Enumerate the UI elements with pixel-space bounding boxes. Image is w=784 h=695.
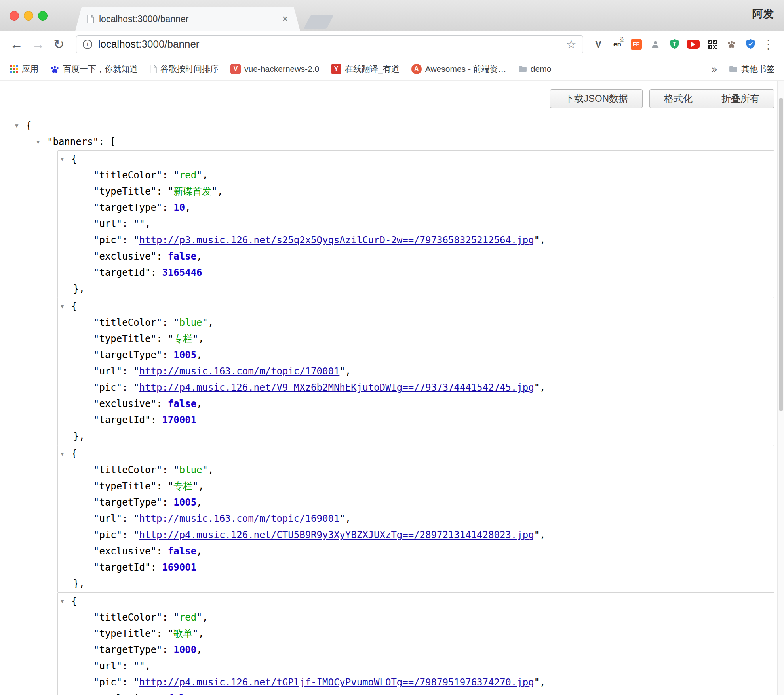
omnibox[interactable]: i localhost:3000/banner ☆ xyxy=(76,35,583,53)
json-token: , xyxy=(196,497,202,508)
vimium-extension-icon[interactable]: V xyxy=(589,35,608,54)
json-viewer: ▼{▼"banners": [▼{"titleColor": "red","ty… xyxy=(15,118,774,695)
bookmark-item-awesomes[interactable]: A Awesomes - 前端资… xyxy=(411,63,506,74)
json-string-value: 专栏 xyxy=(173,333,192,344)
json-boolean-value: false xyxy=(168,693,196,695)
bookmark-item-baidu[interactable]: 百度一下，你就知道 xyxy=(50,63,138,74)
json-key: "targetId" xyxy=(93,562,151,573)
bookmark-label: vue-hackernews-2.0 xyxy=(244,64,319,74)
bookmark-item-other-bookmarks[interactable]: 其他书签 xyxy=(729,63,774,74)
back-button[interactable]: ← xyxy=(10,38,23,51)
json-banners-open-line: ▼"banners": [ xyxy=(36,134,774,150)
paw-icon xyxy=(727,40,736,49)
vimium-letter: V xyxy=(595,39,601,50)
bookmark-item-vue-hackernews[interactable]: V vue-hackernews-2.0 xyxy=(230,64,319,74)
json-token: }, xyxy=(73,283,85,294)
json-property-line: "typeTitle": "专栏", xyxy=(58,478,774,495)
bookmark-item-google-sort[interactable]: 谷歌按时间排序 xyxy=(150,63,219,74)
translate-secondary-label: 英 xyxy=(620,36,624,43)
json-key: "pic" xyxy=(93,235,122,246)
format-button[interactable]: 格式化 xyxy=(649,89,707,108)
json-token: , xyxy=(202,612,208,623)
zoom-window-button[interactable] xyxy=(38,11,48,21)
security-shield-extension-icon[interactable] xyxy=(741,35,760,54)
collapse-caret-icon[interactable]: ▼ xyxy=(61,298,70,315)
json-property-line: "url": "http://music.163.com/m/topic/169… xyxy=(58,511,774,527)
json-property-line: "pic": "http://p4.music.126.net/tGPljf-I… xyxy=(58,674,774,691)
bookmark-star-icon[interactable]: ☆ xyxy=(566,38,577,50)
json-token: { xyxy=(71,448,77,459)
json-link-value[interactable]: http://music.163.com/m/topic/169001 xyxy=(139,513,340,524)
download-json-button[interactable]: 下载JSON数据 xyxy=(550,89,643,108)
collapse-all-button[interactable]: 折叠所有 xyxy=(707,89,774,108)
bookmark-item-apps[interactable]: 应用 xyxy=(10,63,38,74)
scrollbar-thumb[interactable] xyxy=(779,98,783,411)
json-token: , xyxy=(198,628,204,639)
bookmarks-bar: 应用 百度一下，你就知道 谷歌按时间排序 V vue-hackernews-2.… xyxy=(0,57,784,81)
collapse-caret-icon[interactable]: ▼ xyxy=(61,151,70,167)
page-scrollbar[interactable] xyxy=(777,81,784,695)
json-link-value[interactable]: http://p4.music.126.net/CTU5B9R9y3XyYBZX… xyxy=(139,529,534,540)
json-token: " xyxy=(133,235,139,246)
json-token: , xyxy=(198,481,204,492)
json-token: " xyxy=(133,382,139,393)
json-link-value[interactable]: http://p3.music.126.net/s25q2x5QyqsAzilC… xyxy=(139,235,534,246)
json-key: "targetType" xyxy=(93,202,162,213)
close-window-button[interactable] xyxy=(10,11,19,21)
json-token: " xyxy=(133,366,139,377)
json-link-value[interactable]: http://music.163.com/m/topic/170001 xyxy=(139,366,340,377)
browser-menu-button[interactable]: ⋮ xyxy=(762,38,774,50)
json-token: " xyxy=(534,235,540,246)
collapse-caret-icon[interactable]: ▼ xyxy=(15,118,24,134)
json-property-line: "titleColor": "blue", xyxy=(58,462,774,478)
json-token: : xyxy=(122,218,133,229)
json-token: : xyxy=(162,612,173,623)
bookmark-item-demo-folder[interactable]: demo xyxy=(518,64,552,74)
shield-t-extension-icon[interactable]: T xyxy=(665,35,684,54)
tab-close-icon[interactable]: × xyxy=(282,13,288,25)
json-key: "targetType" xyxy=(93,497,162,508)
reload-button[interactable]: ↻ xyxy=(53,38,65,51)
json-string-value: 新碟首发 xyxy=(173,186,211,197)
bookmark-label: 百度一下，你就知道 xyxy=(63,63,138,74)
page-info-icon[interactable]: i xyxy=(83,40,92,49)
json-key: "banners" xyxy=(47,136,99,147)
json-link-value[interactable]: http://p4.music.126.net/V9-MXz6b2MNhEKju… xyxy=(139,382,534,393)
translate-extension-icon[interactable]: en 英 xyxy=(608,35,627,54)
bookmark-label: Awesomes - 前端资… xyxy=(425,63,506,74)
fe-extension-icon[interactable]: FE xyxy=(627,35,646,54)
new-tab-button[interactable] xyxy=(304,15,334,29)
json-token: : xyxy=(122,529,133,540)
json-token: : xyxy=(156,333,168,344)
url-text: localhost:3000/banner xyxy=(98,38,200,50)
json-token: , xyxy=(345,366,351,377)
paw-extension-icon[interactable] xyxy=(722,35,741,54)
profile-name: 阿发 xyxy=(752,0,774,28)
json-token: " xyxy=(133,529,139,540)
forward-button[interactable]: → xyxy=(32,38,45,51)
json-empty-string-value: "" xyxy=(133,218,145,229)
json-array-item-box: ▼{"titleColor": "red","typeTitle": "新碟首发… xyxy=(57,150,774,298)
youtube-extension-icon[interactable] xyxy=(684,35,703,54)
minimize-window-button[interactable] xyxy=(24,11,33,21)
json-boolean-value: false xyxy=(168,546,196,557)
bookmark-item-youdao[interactable]: Y 在线翻译_有道 xyxy=(331,63,400,74)
browser-tab[interactable]: localhost:3000/banner × xyxy=(75,7,300,31)
collapse-caret-icon[interactable]: ▼ xyxy=(61,446,70,462)
json-key: "typeTitle" xyxy=(93,333,156,344)
json-key: "pic" xyxy=(93,677,122,688)
json-token: : xyxy=(162,497,173,508)
page-content: 下载JSON数据 格式化 折叠所有 ▼{▼"banners": [▼{"titl… xyxy=(0,81,777,695)
collapse-caret-icon[interactable]: ▼ xyxy=(36,134,46,150)
contacts-extension-icon[interactable] xyxy=(646,35,665,54)
json-token: " xyxy=(168,481,173,492)
json-property-line: "targetId": 3165446 xyxy=(58,265,774,281)
json-actions-row: 下载JSON数据 格式化 折叠所有 xyxy=(15,89,774,108)
json-token: " xyxy=(196,170,202,181)
collapse-caret-icon[interactable]: ▼ xyxy=(61,593,70,609)
qr-code-extension-icon[interactable] xyxy=(703,35,722,54)
bookmarks-overflow-chevron[interactable]: » xyxy=(712,63,717,75)
qr-code-icon xyxy=(708,40,717,49)
url-host: localhost xyxy=(98,38,139,50)
json-link-value[interactable]: http://p4.music.126.net/tGPljf-IMOCyPvum… xyxy=(139,677,534,688)
